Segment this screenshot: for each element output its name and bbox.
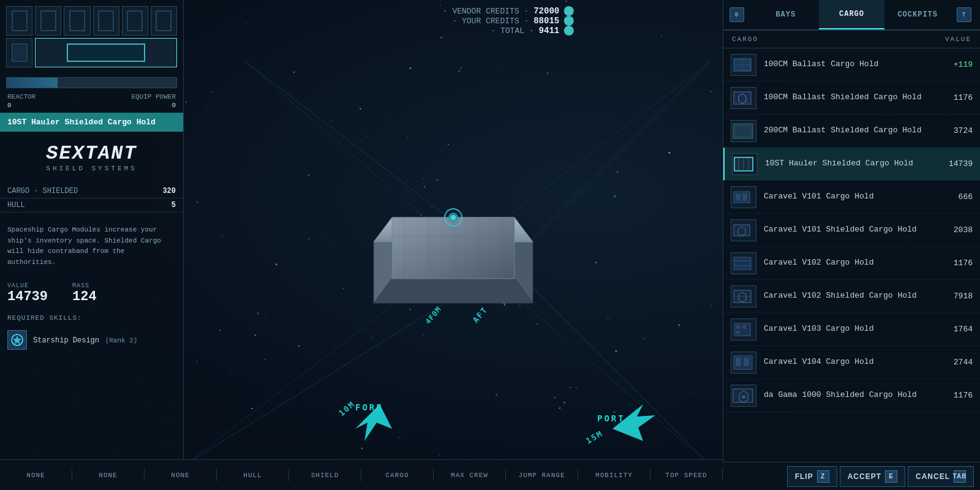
list-item[interactable]: da Gama 1000 Shielded Cargo Hold1176 [723,379,980,412]
svg-point-64 [246,23,246,23]
total-row: · TOTAL · 9411 [443,26,574,36]
svg-point-57 [269,23,270,23]
tab-bays[interactable]: BAYS [753,0,819,29]
value-mass-row: VALUE 14739 MASS 124 [0,280,183,307]
tab-navigation: 0 BAYS CARGO COCKPITS T [723,0,980,31]
slot-7[interactable] [6,38,32,67]
tab-extra[interactable]: T [951,0,980,29]
svg-rect-269 [742,325,746,329]
mass-block: MASS 124 [72,282,97,304]
brand-logo: SEXTANT SHIELD SYSTEMS [0,138,183,178]
reactor-label: REACTOR [7,93,36,100]
list-item[interactable]: Caravel V104 Cargo Hold2744 [723,346,980,379]
mass-number: 124 [72,289,97,304]
svg-rect-220 [99,11,113,31]
item-value: 7918 [942,292,973,301]
your-credits-label: · YOUR CREDITS · [452,17,529,26]
flip-label: FLIP [795,472,813,481]
item-icon [731,186,756,208]
slot-grid [0,0,183,74]
reactor-value: 0 [7,102,12,109]
item-name: Caravel V101 Shielded Cargo Hold [764,224,942,235]
bottom-stat-shield: SHIELD [289,469,361,481]
bottom-stat-none: NONE [0,469,72,481]
item-list[interactable]: 100CM Ballast Cargo Hold+119100CM Ballas… [723,48,980,451]
item-icon [731,385,756,407]
svg-rect-272 [736,358,741,366]
bottom-stat-hull: HULL [217,469,289,481]
svg-rect-261 [734,257,751,270]
stat2-value: 5 [172,201,176,209]
mass-label: MASS [72,282,97,289]
total-icon [564,26,574,36]
svg-rect-250 [733,124,753,138]
nav-badge: 0 [729,7,744,22]
list-item[interactable]: 10ST Hauler Shielded Cargo Hold14739 [723,148,980,181]
accept-button[interactable]: ACCEPT E [840,466,905,487]
svg-rect-257 [736,194,741,201]
bottom-bar: NONENONENONEHULLSHIELDCARGOMAX CREWJUMP … [0,459,723,490]
ship-area [184,37,723,459]
power-values: 0 0 [0,102,183,113]
flip-key: Z [817,470,829,483]
vendor-credits-label: · VENDOR CREDITS · [443,7,529,16]
slot-8[interactable] [35,38,177,67]
bottom-stat-jump-range: JUMP RANGE [506,469,578,481]
svg-rect-258 [742,194,747,201]
cancel-label: CANCEL [916,472,950,481]
flip-button[interactable]: FLIP Z [787,466,837,487]
slot-6[interactable] [151,6,177,36]
bottom-stat-none: NONE [145,469,217,481]
cancel-button[interactable]: CANCEL TAB [908,466,974,487]
tab-cargo[interactable]: CARGO [819,0,885,29]
brand-name: SEXTANT [6,144,177,164]
item-icon [731,87,756,109]
tab-cockpits[interactable]: COCKPITS [884,0,951,29]
bottom-stat-none: NONE [72,469,145,481]
list-item[interactable]: 100CM Ballast Shielded Cargo Hold1176 [723,81,980,115]
item-name: Caravel V102 Cargo Hold [764,257,942,268]
list-item[interactable]: 100CM Ballast Cargo Hold+119 [723,48,980,81]
list-item[interactable]: 200CM Ballast Shielded Cargo Hold3724 [723,115,980,148]
item-value: 1764 [942,325,973,334]
item-icon [731,352,756,374]
item-icon [731,285,756,307]
list-item[interactable]: Caravel V102 Shielded Cargo Hold7918 [723,280,980,313]
power-row: REACTOR EQUIP POWER [0,92,183,102]
skill-icon [7,330,27,350]
vendor-credits-row: · VENDOR CREDITS · 72000 [443,6,574,16]
left-panel: REACTOR EQUIP POWER 0 0 10ST Hauler Shie… [0,0,184,490]
vendor-credits-icon [564,6,574,16]
item-icon [731,219,756,241]
svg-rect-273 [744,358,749,366]
ship-model [355,168,551,328]
list-item[interactable]: Caravel V103 Cargo Hold1764 [723,313,980,346]
skill-row: Starship Design (Rank 2) [0,326,183,353]
item-name: Caravel V104 Cargo Hold [764,356,942,368]
slot-1[interactable] [6,6,32,36]
item-value: 14739 [942,159,973,168]
total-label: · TOTAL · [491,26,533,36]
equip-power-value: 0 [172,102,176,109]
bottom-stat-mobility: MOBILITY [578,469,650,481]
slot-3[interactable] [64,6,90,36]
value-col-header: VALUE [945,36,971,43]
svg-rect-219 [70,11,85,31]
list-item[interactable]: Caravel V102 Cargo Hold1176 [723,247,980,280]
item-icon [732,153,758,175]
bottom-stat-max-crew: MAX CREW [434,469,506,481]
total-value: 9411 [539,26,560,36]
slot-5[interactable] [122,6,148,36]
value-label: VALUE [7,282,48,289]
value-number: 14739 [7,289,48,304]
list-item[interactable]: Caravel V101 Shielded Cargo Hold2038 [723,214,980,247]
item-name: Caravel V101 Cargo Hold [764,191,942,202]
svg-rect-226 [69,45,143,60]
your-credits-value: 88015 [533,16,559,26]
vendor-credits-value: 72000 [533,6,559,16]
slot-4[interactable] [93,6,119,36]
stat-hull: HULL 5 [0,198,183,213]
tab-badge-btn[interactable]: 0 [723,0,753,29]
list-item[interactable]: Caravel V101 Cargo Hold666 [723,181,980,214]
slot-2[interactable] [35,6,61,36]
